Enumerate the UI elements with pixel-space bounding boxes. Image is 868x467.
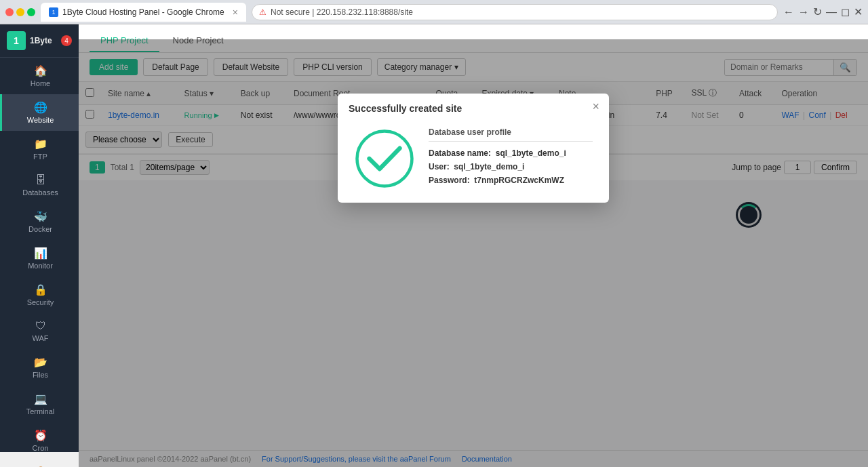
db-profile-label: Database user profile bbox=[429, 127, 593, 142]
password-label: Password: bbox=[429, 176, 470, 185]
sidebar-item-label: Docker bbox=[28, 225, 52, 233]
sidebar-item-home[interactable]: 🏠 Home bbox=[0, 58, 79, 94]
tab-close-button[interactable]: × bbox=[233, 7, 238, 18]
sidebar-item-label: Databases bbox=[22, 188, 58, 197]
svg-point-0 bbox=[357, 131, 412, 186]
logo-text: 1Byte bbox=[30, 36, 52, 45]
restore-icon[interactable]: ◻ bbox=[841, 5, 850, 18]
db-name-value: sql_1byte_demo_i bbox=[496, 148, 566, 158]
security-warning-icon: ⚠ bbox=[259, 7, 267, 17]
user-row: User: sql_1byte_demo_i bbox=[429, 162, 593, 171]
db-name-row: Database name: sql_1byte_demo_i bbox=[429, 148, 593, 158]
sidebar-item-ftp[interactable]: 📁 FTP bbox=[0, 131, 79, 167]
sidebar-item-label: Home bbox=[31, 79, 50, 87]
security-icon: 🔒 bbox=[34, 283, 47, 296]
logo-icon: 1 bbox=[7, 31, 26, 50]
close-icon[interactable]: ✕ bbox=[854, 5, 863, 18]
password-row: Password: t7nmpRGCRZwcKmWZ bbox=[429, 176, 593, 185]
modal-body: Database user profile Database name: sql… bbox=[338, 114, 609, 203]
sidebar-item-label: WAF bbox=[32, 334, 48, 342]
sidebar-item-appstore[interactable]: 📦 App Store bbox=[0, 459, 79, 467]
minimize-window-button[interactable] bbox=[16, 8, 24, 16]
ftp-icon: 📁 bbox=[34, 138, 47, 150]
home-icon: 🏠 bbox=[34, 64, 47, 77]
sidebar-logo[interactable]: 1 1Byte 4 bbox=[0, 24, 79, 58]
password-value: t7nmpRGCRZwcKmWZ bbox=[474, 176, 564, 185]
sidebar-item-label: Security bbox=[27, 298, 54, 306]
sidebar-item-label: Cron bbox=[33, 444, 49, 452]
forward-icon[interactable]: → bbox=[798, 6, 809, 18]
databases-icon: 🗄 bbox=[35, 174, 46, 186]
sidebar-item-label: Monitor bbox=[28, 262, 53, 270]
minimize-icon[interactable]: — bbox=[826, 6, 837, 18]
sidebar-item-terminal[interactable]: 💻 Terminal bbox=[0, 386, 79, 422]
terminal-icon: 💻 bbox=[34, 392, 47, 405]
success-checkmark-icon bbox=[354, 128, 415, 189]
sidebar: 1 1Byte 4 🏠 Home 🌐 Website 📁 FTP 🗄 Datab… bbox=[0, 24, 79, 452]
address-bar[interactable]: ⚠ Not secure | 220.158.232.118:8888/site bbox=[252, 4, 778, 20]
browser-chrome: 1 1Byte Cloud Hosting Panel - Google Chr… bbox=[0, 0, 868, 24]
files-icon: 📂 bbox=[34, 356, 47, 369]
notification-badge: 4 bbox=[61, 35, 72, 46]
sidebar-item-label: FTP bbox=[33, 153, 47, 161]
docker-icon: 🐳 bbox=[34, 210, 47, 223]
success-modal: × Successfully created site Database use… bbox=[338, 94, 609, 203]
modal-overlay: × Successfully created site Database use… bbox=[79, 39, 868, 467]
sidebar-item-files[interactable]: 📂 Files bbox=[0, 349, 79, 386]
user-value: sql_1byte_demo_i bbox=[454, 162, 524, 171]
sidebar-item-databases[interactable]: 🗄 Databases bbox=[0, 167, 79, 203]
address-text: Not secure | 220.158.232.118:8888/site bbox=[271, 7, 413, 17]
sidebar-item-label: Files bbox=[33, 371, 48, 379]
close-window-button[interactable] bbox=[5, 8, 14, 16]
reload-icon[interactable]: ↻ bbox=[813, 5, 822, 18]
sidebar-item-label: Terminal bbox=[26, 407, 55, 415]
waf-icon: 🛡 bbox=[35, 320, 46, 332]
db-name-label: Database name: bbox=[429, 148, 491, 158]
sidebar-item-docker[interactable]: 🐳 Docker bbox=[0, 203, 79, 240]
sidebar-item-waf[interactable]: 🛡 WAF bbox=[0, 313, 79, 349]
maximize-window-button[interactable] bbox=[27, 8, 35, 16]
window-controls[interactable] bbox=[5, 8, 35, 16]
sidebar-item-cron[interactable]: ⏰ Cron bbox=[0, 422, 79, 459]
browser-toolbar: ← → ↻ — ◻ ✕ bbox=[783, 5, 863, 18]
back-icon[interactable]: ← bbox=[783, 6, 794, 18]
tab-title: 1Byte Cloud Hosting Panel - Google Chrom… bbox=[62, 7, 224, 17]
sidebar-item-website[interactable]: 🌐 Website bbox=[0, 94, 79, 131]
website-icon: 🌐 bbox=[34, 101, 47, 114]
sidebar-item-label: Website bbox=[27, 116, 54, 124]
cron-icon: ⏰ bbox=[34, 429, 47, 442]
user-label: User: bbox=[429, 162, 450, 171]
modal-info: Database user profile Database name: sql… bbox=[429, 127, 593, 189]
browser-tab[interactable]: 1 1Byte Cloud Hosting Panel - Google Chr… bbox=[41, 3, 246, 22]
modal-title: Successfully created site bbox=[338, 94, 609, 114]
tab-favicon: 1 bbox=[49, 7, 58, 17]
sidebar-item-security[interactable]: 🔒 Security bbox=[0, 277, 79, 313]
sidebar-item-monitor[interactable]: 📊 Monitor bbox=[0, 240, 79, 277]
modal-close-button[interactable]: × bbox=[592, 100, 599, 113]
monitor-icon: 📊 bbox=[34, 247, 47, 260]
